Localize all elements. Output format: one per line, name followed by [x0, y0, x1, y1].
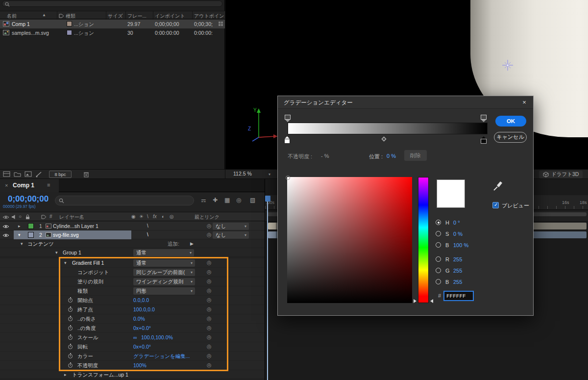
3d-axis-gizmo[interactable]: Y Z: [245, 104, 279, 144]
b2-value[interactable]: 255: [453, 279, 462, 285]
opacity-stop-left[interactable]: [285, 115, 291, 120]
tab-close-icon[interactable]: ×: [5, 182, 8, 188]
column-number[interactable]: #: [49, 214, 52, 219]
twirl-down-icon[interactable]: ▾: [55, 250, 58, 255]
h-value[interactable]: 0 °: [453, 220, 460, 226]
timeline-search-input[interactable]: [55, 196, 194, 205]
project-row-comp1[interactable]: Comp 1 ...ション 29.97 0;00;00;00 0;00;30;: [0, 20, 225, 28]
twirl-right-icon[interactable]: ▸: [64, 372, 67, 377]
color-field-marker[interactable]: [286, 176, 290, 180]
eye-icon[interactable]: [2, 233, 9, 238]
draft-3d-button[interactable]: ドラフト3D: [539, 171, 583, 178]
saturation-brightness-field[interactable]: [287, 177, 412, 303]
red-radio[interactable]: [436, 256, 441, 262]
search-icon: [5, 2, 10, 7]
preview-label: プレビュー: [502, 202, 529, 209]
hue-slider-left-arrow-icon[interactable]: [414, 299, 416, 303]
column-layer-name[interactable]: レイヤー名: [59, 214, 84, 221]
bit-depth-button[interactable]: 8 bpc: [49, 171, 72, 178]
quality-switch-icon: \: [147, 214, 148, 219]
composition-mini-flowchart-icon[interactable]: ⚎: [201, 197, 206, 203]
position-value[interactable]: 0 %: [387, 153, 396, 159]
b-value[interactable]: 100 %: [453, 242, 468, 248]
group-name[interactable]: Group 1: [63, 250, 81, 255]
eye-icon[interactable]: [2, 224, 9, 229]
r-value[interactable]: 255: [453, 256, 462, 262]
column-framerate[interactable]: フレー...: [127, 13, 147, 20]
twirl-down-icon[interactable]: ▾: [18, 232, 21, 237]
layer-name[interactable]: Cylinde...sh Layer 1: [53, 223, 98, 229]
blue-radio[interactable]: [436, 279, 441, 284]
project-flowchart-icon[interactable]: [3, 171, 10, 177]
column-outpoint[interactable]: アウトポイント: [194, 13, 229, 20]
cancel-button[interactable]: キャンセル: [494, 132, 527, 143]
column-name[interactable]: 名前: [7, 13, 17, 20]
hue-slider-right-arrow-icon[interactable]: [430, 299, 433, 303]
g-value[interactable]: 255: [453, 268, 462, 274]
preview-checkbox[interactable]: [492, 202, 499, 208]
layer-row-1[interactable]: ▸ 1 Cylinde...sh Layer 1 \ ◎ なし: [0, 222, 265, 230]
zoom-level-value: 112.5 %: [233, 171, 252, 177]
current-timecode[interactable]: 0;00;00;00: [8, 194, 49, 204]
parent-dropdown[interactable]: なし: [213, 231, 249, 239]
folder-icon[interactable]: [14, 171, 21, 177]
anchor-point-star-icon[interactable]: [502, 60, 513, 71]
draft-icon[interactable]: ▧: [250, 197, 255, 203]
column-inpoint[interactable]: インポイント: [155, 13, 185, 20]
brush-icon[interactable]: [35, 171, 43, 177]
quality-switch[interactable]: \: [147, 223, 148, 228]
dialog-title-bar[interactable]: グラデーションエディター ×: [278, 96, 533, 109]
layer-row-2[interactable]: ▾ 2 svg-file.svg \ ◎ なし: [0, 230, 265, 239]
column-type[interactable]: 種類: [66, 13, 75, 20]
parent-pickwhip-icon[interactable]: ◎: [207, 223, 212, 229]
panel-menu-icon[interactable]: ≡: [47, 182, 50, 188]
delete-stop-button[interactable]: 削除: [404, 150, 427, 161]
column-options-icon[interactable]: [219, 22, 223, 26]
s-value[interactable]: 0 %: [453, 231, 463, 237]
layer-name[interactable]: svg-file.svg: [53, 232, 79, 238]
fx-switch-icon: fx: [153, 214, 157, 219]
eyedropper-icon[interactable]: [492, 181, 503, 192]
motion-blur-icon[interactable]: ▦: [224, 197, 230, 203]
gradient-midpoint-handle[interactable]: [382, 137, 387, 142]
gradient-preview-strip[interactable]: [288, 123, 488, 134]
column-parent-link[interactable]: 親とリンク: [195, 214, 220, 221]
label-color-chip[interactable]: [28, 232, 34, 238]
twirl-down-icon[interactable]: ▾: [21, 241, 23, 246]
hex-color-input[interactable]: [443, 291, 474, 301]
item-name: Comp 1: [12, 21, 30, 27]
playhead-handle[interactable]: [265, 196, 270, 202]
group-row[interactable]: ▾ Group 1 通常: [0, 248, 265, 257]
frame-counter: 00000 (29.97 fps): [3, 204, 36, 209]
saturation-radio[interactable]: [436, 231, 441, 236]
contents-row[interactable]: ▾ コンテンツ 追加: ▶: [0, 239, 265, 248]
hue-slider[interactable]: [418, 177, 429, 303]
parent-pickwhip-icon[interactable]: ◎: [207, 231, 212, 238]
layer-in-handle[interactable]: [268, 231, 276, 238]
opacity-stop-right[interactable]: [481, 115, 487, 120]
hue-radio[interactable]: [436, 220, 441, 225]
transform-row[interactable]: ▸ トランスフォーム...up 1: [0, 370, 265, 379]
column-size[interactable]: サイズ: [108, 13, 123, 20]
zoom-level-dropdown[interactable]: 112.5 % ▾: [233, 171, 252, 178]
color-stop-left[interactable]: [284, 136, 290, 144]
project-row-svg[interactable]: samples...m.svg ...ション 30 0:00:00:00 0:0…: [0, 28, 225, 37]
footage-preview-icon[interactable]: [24, 171, 32, 177]
label-color-chip[interactable]: [28, 223, 34, 229]
twirl-right-icon[interactable]: ▸: [18, 224, 21, 228]
frame-blend-icon[interactable]: ✚: [213, 197, 218, 203]
green-radio[interactable]: [436, 268, 441, 273]
ok-button[interactable]: OK: [495, 116, 526, 127]
timeline-tab-comp1[interactable]: × Comp 1 ≡: [0, 179, 59, 192]
brightness-radio[interactable]: [436, 242, 441, 248]
add-menu-icon[interactable]: ▶: [190, 241, 194, 246]
layer-in-handle[interactable]: [268, 223, 276, 229]
group-blend-dropdown[interactable]: 通常: [133, 249, 194, 256]
close-button[interactable]: ×: [515, 96, 533, 109]
parent-dropdown[interactable]: なし: [213, 223, 249, 230]
trash-icon[interactable]: [83, 171, 89, 177]
color-stop-right[interactable]: [481, 136, 487, 144]
quality-switch[interactable]: \: [147, 232, 148, 237]
project-search-input[interactable]: [2, 0, 222, 7]
graph-editor-icon[interactable]: ◎: [236, 197, 241, 203]
